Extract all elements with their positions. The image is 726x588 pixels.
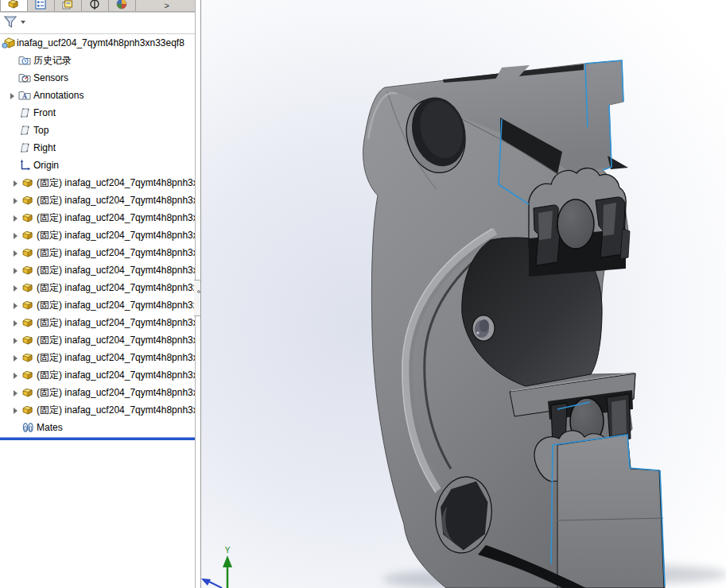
tree-item-label: (固定) inafag_ucf204_7qymt4h8pnh3xn33eqf8 <box>37 401 195 419</box>
tab-configurations[interactable] <box>55 0 82 11</box>
propertymanager-icon <box>34 0 47 11</box>
tree-item-component[interactable]: (固定) inafag_ucf204_7qymt4h8pnh3xn33eqf8 <box>0 191 195 209</box>
expand-arrow-icon[interactable] <box>10 314 21 331</box>
part-icon <box>21 351 37 364</box>
sensors-folder-icon <box>18 72 33 84</box>
tree-item-component[interactable]: (固定) inafag_ucf204_7qymt4h8pnh3xn33eqf8 <box>0 209 195 226</box>
tree-item-component[interactable]: (固定) inafag_ucf204_7qymt4h8pnh3xn33eqf8 <box>0 366 195 384</box>
plane-icon <box>18 141 33 154</box>
feature-tree: inafag_ucf204_7qymt4h8pnh3xn33eqf8历史记录Se… <box>0 34 195 436</box>
part-icon <box>21 229 37 242</box>
filter-input[interactable] <box>30 15 192 31</box>
tree-item-component[interactable]: (固定) inafag_ucf204_7qymt4h8pnh3xn33eqf8 <box>0 279 195 296</box>
tree-item-component[interactable]: (固定) inafag_ucf204_7qymt4h8pnh3xn33eqf8 <box>0 296 195 314</box>
part-icon <box>21 316 37 329</box>
part-icon <box>21 281 37 294</box>
bearing-section-top[interactable] <box>529 168 630 277</box>
expand-arrow-icon[interactable] <box>10 244 21 261</box>
tree-item-label: (固定) inafag_ucf204_7qymt4h8pnh3xn33eqf8 <box>37 314 195 331</box>
tree-item-label: Annotations <box>33 87 83 104</box>
tree-item-label: (固定) inafag_ucf204_7qymt4h8pnh3xn33eqf8 <box>37 191 195 209</box>
tree-item-front-plane[interactable]: Front <box>0 104 195 122</box>
tree-item-label: (固定) inafag_ucf204_7qymt4h8pnh3xn33eqf8 <box>37 209 195 226</box>
assembly-icon <box>2 37 17 49</box>
expand-arrow-icon[interactable] <box>10 226 21 244</box>
tree-item-mates[interactable]: Mates <box>0 419 195 436</box>
tree-item-label: (固定) inafag_ucf204_7qymt4h8pnh3xn33eqf8 <box>37 349 195 366</box>
tree-item-label: (固定) inafag_ucf204_7qymt4h8pnh3xn33eqf8 <box>37 384 195 401</box>
expand-arrow-icon[interactable] <box>10 191 21 209</box>
expand-arrow-icon[interactable] <box>10 401 21 419</box>
tree-item-component[interactable]: (固定) inafag_ucf204_7qymt4h8pnh3xn33eqf8 <box>0 314 195 331</box>
tree-item-label: Mates <box>37 419 63 436</box>
tree-item-label: (固定) inafag_ucf204_7qymt4h8pnh3xn33eqf8 <box>37 331 195 349</box>
filter-bar <box>0 12 195 34</box>
part-icon <box>21 404 37 416</box>
feature-manager-panel: > inafag_ucf204_7qymt4h8pnh3xn33eqf8历史记录… <box>0 0 196 588</box>
tree-item-component[interactable]: (固定) inafag_ucf204_7qymt4h8pnh3xn33eqf8 <box>0 174 195 191</box>
bearing-ball-top[interactable] <box>557 199 594 249</box>
tree-item-component[interactable]: (固定) inafag_ucf204_7qymt4h8pnh3xn33eqf8 <box>0 226 195 244</box>
triad-y-arrow <box>223 555 232 567</box>
tree-item-sensors[interactable]: Sensors <box>0 69 195 87</box>
tree-item-component[interactable]: (固定) inafag_ucf204_7qymt4h8pnh3xn33eqf8 <box>0 401 195 419</box>
tab-properties[interactable] <box>28 0 55 11</box>
tree-item-label: (固定) inafag_ucf204_7qymt4h8pnh3xn33eqf8 <box>37 366 195 384</box>
tree-item-component[interactable]: (固定) inafag_ucf204_7qymt4h8pnh3xn33eqf8 <box>0 331 195 349</box>
tree-item-component[interactable]: (固定) inafag_ucf204_7qymt4h8pnh3xn33eqf8 <box>0 384 195 401</box>
tree-item-label: (固定) inafag_ucf204_7qymt4h8pnh3xn33eqf8 <box>37 226 195 244</box>
expand-arrow-icon[interactable] <box>10 384 21 401</box>
origin-icon <box>18 159 33 172</box>
expand-arrow-icon[interactable] <box>10 261 21 279</box>
expand-arrow-icon[interactable] <box>6 87 18 104</box>
tree-item-component[interactable]: (固定) inafag_ucf204_7qymt4h8pnh3xn33eqf8 <box>0 349 195 366</box>
tree-item-label: 历史记录 <box>33 52 72 69</box>
graphics-viewport[interactable]: Y <box>200 0 726 588</box>
expand-arrow-icon[interactable] <box>10 366 21 384</box>
part-icon <box>21 194 37 207</box>
tree-item-label: Top <box>33 122 49 139</box>
history-folder-icon <box>18 54 33 67</box>
part-icon <box>21 176 37 189</box>
tree-item-label: Sensors <box>33 69 68 87</box>
triad-y-label: Y <box>225 546 231 555</box>
expand-arrow-icon[interactable] <box>10 296 21 314</box>
tree-item-label: (固定) inafag_ucf204_7qymt4h8pnh3xn33eqf8 <box>37 244 195 261</box>
dimxpertmanager-icon <box>88 0 101 11</box>
svg-text:A: A <box>22 93 27 100</box>
set-screw-hole[interactable] <box>472 315 495 341</box>
annotations-folder-icon: A <box>18 89 33 102</box>
tab-display[interactable] <box>109 0 136 11</box>
tab-dimxpert[interactable] <box>82 0 109 11</box>
filter-dropdown-caret-icon[interactable] <box>21 21 25 24</box>
rollback-bar[interactable] <box>0 437 195 440</box>
expand-arrow-icon[interactable] <box>10 279 21 296</box>
part-icon <box>21 246 37 259</box>
feature-manager-tabstrip: > <box>0 0 195 12</box>
filter-funnel-icon[interactable] <box>3 15 17 33</box>
tree-item-label: inafag_ucf204_7qymt4h8pnh3xn33eqf8 <box>17 34 184 52</box>
tree-item-component[interactable]: (固定) inafag_ucf204_7qymt4h8pnh3xn33eqf8 <box>0 261 195 279</box>
expand-arrow-icon[interactable] <box>10 331 21 349</box>
tree-item-right-plane[interactable]: Right <box>0 139 195 157</box>
tab-overflow-chevron-icon[interactable]: > <box>165 0 169 11</box>
3d-model-canvas[interactable]: Y <box>201 0 726 588</box>
expand-arrow-icon[interactable] <box>10 174 21 191</box>
tree-item-label: (固定) inafag_ucf204_7qymt4h8pnh3xn33eqf8 <box>37 261 195 279</box>
tree-item-component[interactable]: (固定) inafag_ucf204_7qymt4h8pnh3xn33eqf8 <box>0 244 195 261</box>
tree-item-root-assembly[interactable]: inafag_ucf204_7qymt4h8pnh3xn33eqf8 <box>0 34 195 52</box>
part-icon <box>21 299 37 311</box>
part-icon <box>21 334 37 346</box>
application-window: > inafag_ucf204_7qymt4h8pnh3xn33eqf8历史记录… <box>0 0 726 588</box>
mates-icon <box>21 421 37 434</box>
tree-item-origin[interactable]: Origin <box>0 157 195 174</box>
tree-item-label: (固定) inafag_ucf204_7qymt4h8pnh3xn33eqf8 <box>37 174 195 191</box>
tab-features[interactable] <box>0 0 28 11</box>
tree-item-top-plane[interactable]: Top <box>0 122 195 139</box>
tree-item-annotations[interactable]: AAnnotations <box>0 87 195 104</box>
expand-arrow-icon[interactable] <box>10 209 21 226</box>
tree-item-history[interactable]: 历史记录 <box>0 52 195 69</box>
expand-arrow-icon[interactable] <box>10 349 21 366</box>
part-icon <box>21 369 37 381</box>
plane-icon <box>18 124 33 137</box>
